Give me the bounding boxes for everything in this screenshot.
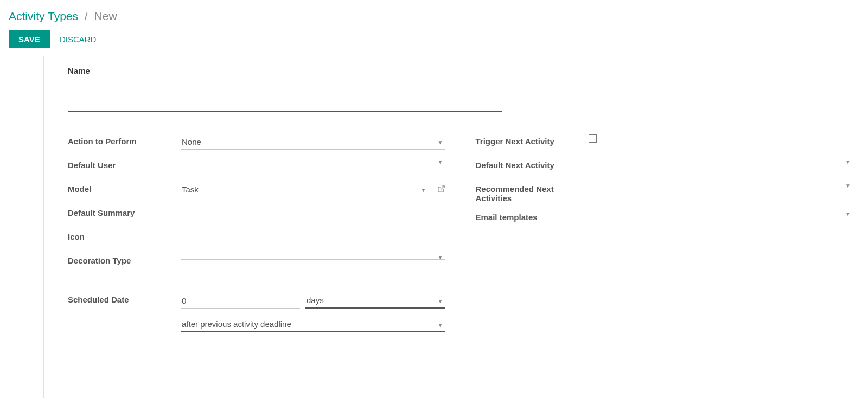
svg-line-0: [441, 186, 444, 190]
model-label: Model: [68, 182, 181, 194]
action-to-perform-value: None: [181, 134, 445, 150]
decoration-type-select[interactable]: ▼: [181, 254, 445, 260]
recommended-next-value: [589, 182, 853, 188]
icon-input[interactable]: [181, 230, 445, 245]
breadcrumb: Activity Types / New: [0, 0, 868, 30]
default-user-value: [181, 158, 445, 164]
default-summary-label: Default Summary: [68, 206, 181, 217]
default-next-value: [589, 158, 853, 164]
name-input[interactable]: [68, 79, 502, 112]
discard-button[interactable]: DISCARD: [52, 30, 104, 48]
scheduled-number-input[interactable]: [181, 293, 300, 309]
email-templates-select[interactable]: ▼: [589, 210, 853, 216]
external-link-icon[interactable]: [437, 185, 445, 195]
email-templates-value: [589, 210, 853, 216]
action-bar: SAVE DISCARD: [0, 30, 868, 56]
icon-label: Icon: [68, 230, 181, 241]
recommended-next-label: Recommended Next Activities: [476, 182, 589, 203]
email-templates-label: Email templates: [476, 210, 589, 222]
save-button[interactable]: SAVE: [9, 30, 50, 48]
default-next-label: Default Next Activity: [476, 158, 589, 170]
action-to-perform-label: Action to Perform: [68, 134, 181, 146]
scheduled-unit-value: days: [305, 293, 445, 309]
breadcrumb-separator: /: [85, 10, 88, 22]
recommended-next-select[interactable]: ▼: [589, 182, 853, 188]
action-to-perform-select[interactable]: None ▼: [181, 134, 445, 150]
default-summary-input[interactable]: [181, 206, 445, 221]
scheduled-unit-select[interactable]: days ▼: [305, 293, 445, 309]
breadcrumb-parent-link[interactable]: Activity Types: [9, 10, 78, 22]
default-user-select[interactable]: ▼: [181, 158, 445, 164]
trigger-next-checkbox[interactable]: [589, 134, 597, 143]
name-label: Name: [68, 66, 853, 75]
default-next-select[interactable]: ▼: [589, 158, 853, 164]
model-select[interactable]: Task ▼: [181, 182, 429, 197]
model-value: Task: [181, 182, 429, 197]
trigger-next-label: Trigger Next Activity: [476, 134, 589, 146]
decoration-type-label: Decoration Type: [68, 254, 181, 265]
breadcrumb-current: New: [94, 10, 117, 22]
form-sheet: Name Action to Perform None ▼ Default Us…: [43, 56, 868, 398]
scheduled-relative-select[interactable]: after previous activity deadline ▼: [181, 317, 445, 332]
decoration-type-value: [181, 254, 445, 260]
scheduled-date-label: Scheduled Date: [68, 293, 181, 304]
default-user-label: Default User: [68, 158, 181, 170]
scheduled-relative-value: after previous activity deadline: [181, 317, 445, 332]
